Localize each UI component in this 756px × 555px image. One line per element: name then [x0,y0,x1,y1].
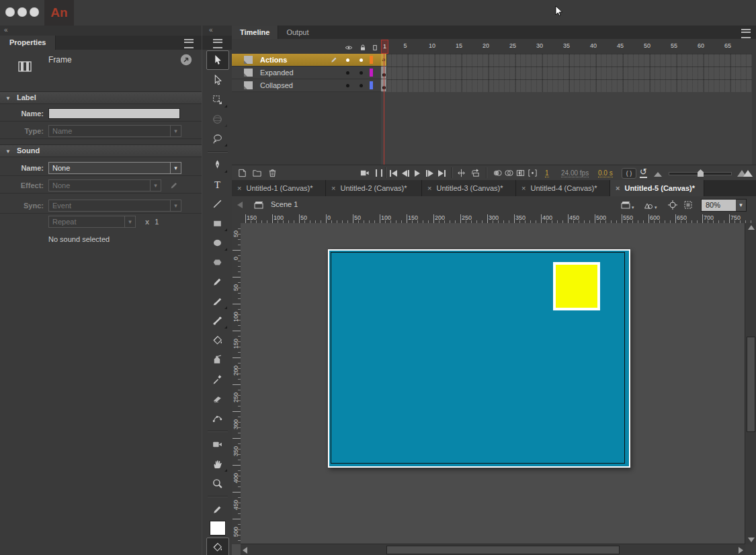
fill-color-bucket[interactable] [206,538,229,555]
hand-tool[interactable] [207,455,228,473]
eyedropper-tool[interactable] [207,370,228,388]
tab-timeline[interactable]: Timeline [232,26,278,39]
close-tab-icon[interactable]: × [237,184,241,192]
rectangle-tool[interactable] [207,214,228,232]
goto-last-frame-button[interactable] [438,169,446,177]
toggle-visibility-column-icon[interactable] [345,42,353,50]
edit-scene-dropdown-icon[interactable]: ▾ [632,205,634,210]
collapse-panel-icon[interactable]: « [209,26,213,34]
close-tab-icon[interactable]: × [331,184,335,192]
play-button[interactable] [415,169,420,177]
layer-lock-dot[interactable] [360,84,363,87]
frame-rate-field[interactable]: 24.00 fps [561,169,589,177]
rotation-3d-tool[interactable] [207,110,228,128]
modify-markers-button[interactable] [528,168,538,178]
properties-menu-icon[interactable] [184,39,194,48]
goto-first-frame-button[interactable] [390,169,397,177]
reset-timeline-zoom-button[interactable]: ↺ [640,167,647,178]
window-minimize-button[interactable] [17,7,27,17]
vertical-scrollbar[interactable] [745,223,756,544]
document-tab-1[interactable]: ×Untitled-1 (Canvas)* [232,180,326,196]
document-tab-3[interactable]: ×Untitled-3 (Canvas)* [422,180,516,196]
toggle-lock-column-icon[interactable] [359,42,367,50]
playhead[interactable] [384,54,384,165]
back-icon[interactable] [237,202,243,208]
layer-outline-color-swatch[interactable] [370,81,373,89]
frame-view-options-button[interactable]: ( ) [622,168,636,179]
repeat-count-field[interactable]: 1 [155,218,159,226]
collapse-panel-icon[interactable]: « [4,26,8,34]
outline-view-column-icon[interactable] [371,42,379,50]
step-back-button[interactable] [402,169,409,177]
layer-row-collapsed[interactable]: Collapsed [232,79,381,92]
timeline-frame-grid[interactable] [381,54,752,92]
sound-name-select[interactable]: None ▾ [48,162,181,174]
stroke-color-swatch[interactable] [210,521,226,536]
stroke-color-pencil[interactable] [207,501,228,519]
polystar-tool[interactable] [207,253,228,271]
free-transform-tool[interactable] [207,91,228,109]
window-zoom-button[interactable] [30,7,39,17]
loop-playback-button[interactable] [360,168,370,178]
edit-scene-button[interactable] [620,200,631,210]
close-tab-icon[interactable]: × [427,184,431,192]
layer-lock-dot[interactable] [360,58,363,62]
center-stage-button[interactable] [667,200,678,210]
new-layer-button[interactable] [237,168,248,178]
stage-artwork-yellow-rect[interactable] [553,262,600,310]
edit-in-place-button[interactable] [180,54,192,66]
label-section-header[interactable]: ▼ Label [0,91,202,104]
asset-warp-tool[interactable] [207,409,228,427]
paint-brush-tool[interactable] [207,292,228,310]
clip-content-outside-stage-button[interactable] [683,200,694,210]
selection-tool[interactable] [206,50,229,70]
line-tool[interactable] [207,195,228,213]
zoom-tool[interactable] [207,474,228,493]
layer-visibility-dot[interactable] [346,58,349,62]
document-tab-2[interactable]: ×Untitled-2 (Canvas)* [326,180,422,196]
center-frame-button[interactable] [456,168,467,178]
lasso-tool[interactable] [207,130,228,148]
timeline-menu-icon[interactable] [741,29,751,38]
scroll-left-icon[interactable] [243,547,247,554]
delete-layer-button[interactable] [267,168,278,178]
eraser-tool[interactable] [207,390,228,408]
bone-tool[interactable] [207,312,228,330]
layer-outline-color-swatch[interactable] [370,69,373,77]
timeline-zoom-slider-thumb[interactable] [698,169,704,177]
edit-symbols-dropdown-icon[interactable]: ▾ [655,205,657,210]
timeline-zoom-out-icon[interactable] [654,172,662,177]
onion-skin-outlines-button[interactable] [504,168,515,178]
window-close-button[interactable] [5,7,15,17]
timeline-zoom-slider[interactable] [669,172,732,175]
stage-zoom-select[interactable]: 80% ▾ [701,199,747,212]
paint-bucket-tool[interactable] [207,331,228,349]
label-name-input[interactable] [48,108,180,119]
timeline-zoom-in-icon[interactable] [737,170,752,177]
pencil-tool[interactable] [207,273,228,291]
sound-section-header[interactable]: ▼ Sound [0,144,202,157]
close-tab-icon[interactable]: × [616,184,620,192]
pause-button[interactable] [376,169,382,177]
scroll-right-icon[interactable] [739,547,743,554]
layer-row-expanded[interactable]: Expanded [232,67,381,79]
document-tab-4[interactable]: ×Untitled-4 (Canvas)* [516,180,610,196]
subselection-tool[interactable] [207,71,228,89]
current-frame-field[interactable]: 1 [545,169,549,177]
scroll-down-icon[interactable] [748,538,755,542]
elapsed-time-field[interactable]: 0.0 s [598,169,613,177]
layer-outline-color-swatch[interactable] [370,56,373,64]
horizontal-scrollbar[interactable] [241,544,745,555]
layer-visibility-dot[interactable] [346,84,349,87]
tab-output[interactable]: Output [278,26,317,39]
layer-row-actions[interactable]: Actions [232,54,381,67]
ink-bottle-tool[interactable] [207,351,228,369]
step-forward-button[interactable] [426,169,433,177]
layer-visibility-dot[interactable] [346,71,349,75]
close-tab-icon[interactable]: × [521,184,526,192]
camera-tool[interactable] [207,435,228,454]
layer-lock-dot[interactable] [360,71,363,75]
stage[interactable] [328,249,630,468]
new-folder-button[interactable] [252,168,263,178]
scroll-up-icon[interactable] [748,225,755,230]
